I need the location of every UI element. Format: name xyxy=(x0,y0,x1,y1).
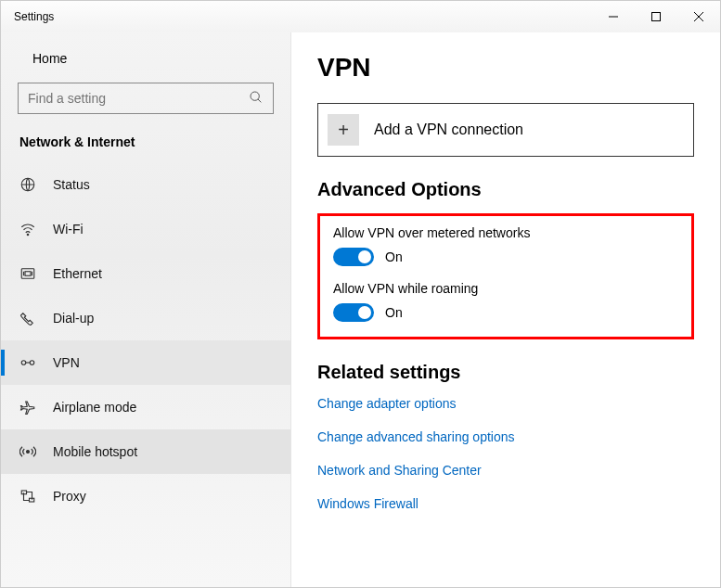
nav-label: Dial-up xyxy=(53,311,94,326)
link-sharing[interactable]: Change advanced sharing options xyxy=(317,429,694,444)
related-heading: Related settings xyxy=(317,362,694,383)
home-label: Home xyxy=(32,51,67,66)
nav-ethernet[interactable]: Ethernet xyxy=(1,251,290,296)
toggle-roaming[interactable] xyxy=(333,303,374,322)
nav-label: Airplane mode xyxy=(53,400,136,415)
nav-proxy[interactable]: Proxy xyxy=(1,474,290,518)
window-title: Settings xyxy=(14,10,54,23)
add-vpn-button[interactable]: Add a VPN connection xyxy=(317,103,694,157)
opt-roaming-label: Allow VPN while roaming xyxy=(333,281,678,296)
sidebar: Home Network & Internet Status Wi-Fi Eth… xyxy=(1,32,291,587)
close-button[interactable] xyxy=(677,1,720,32)
svg-point-15 xyxy=(27,451,30,454)
related-links: Change adapter options Change advanced s… xyxy=(317,396,694,511)
wifi-icon xyxy=(19,221,36,237)
svg-point-12 xyxy=(21,361,26,365)
nav-airplane[interactable]: Airplane mode xyxy=(1,385,290,429)
search-icon xyxy=(249,90,264,108)
nav-list: Status Wi-Fi Ethernet Dial-up VPN Airpla… xyxy=(1,162,290,518)
hotspot-icon xyxy=(19,443,36,460)
opt-metered-label: Allow VPN over metered networks xyxy=(333,225,678,240)
home-link[interactable]: Home xyxy=(1,44,290,77)
dialup-icon xyxy=(19,310,36,326)
nav-label: Mobile hotspot xyxy=(53,444,137,459)
svg-point-7 xyxy=(27,234,29,236)
nav-mobile-hotspot[interactable]: Mobile hotspot xyxy=(1,429,290,474)
plus-icon xyxy=(328,114,359,146)
main-content: VPN Add a VPN connection Advanced Option… xyxy=(291,32,720,587)
proxy-icon xyxy=(19,488,36,505)
nav-vpn[interactable]: VPN xyxy=(1,340,290,385)
search-box[interactable] xyxy=(18,83,274,114)
ethernet-icon xyxy=(19,265,36,282)
nav-label: Status xyxy=(53,177,90,192)
highlight-box: Allow VPN over metered networks On Allow… xyxy=(317,213,694,339)
link-adapter[interactable]: Change adapter options xyxy=(317,396,694,411)
airplane-icon xyxy=(19,399,36,415)
toggle-metered[interactable] xyxy=(333,248,374,266)
add-vpn-label: Add a VPN connection xyxy=(374,121,523,138)
titlebar: Settings xyxy=(1,1,720,32)
page-title: VPN xyxy=(317,53,694,83)
nav-label: VPN xyxy=(53,355,80,370)
section-title: Network & Internet xyxy=(1,129,290,162)
status-icon xyxy=(19,176,36,193)
svg-rect-9 xyxy=(25,272,31,276)
svg-point-4 xyxy=(251,92,259,100)
advanced-heading: Advanced Options xyxy=(317,179,694,200)
maximize-button[interactable] xyxy=(635,1,677,32)
link-firewall[interactable]: Windows Firewall xyxy=(317,496,694,511)
nav-dialup[interactable]: Dial-up xyxy=(1,296,290,340)
svg-rect-1 xyxy=(652,13,661,21)
nav-label: Wi-Fi xyxy=(53,222,84,236)
svg-point-13 xyxy=(30,361,34,365)
search-input[interactable] xyxy=(28,91,249,106)
nav-label: Proxy xyxy=(53,489,86,504)
minimize-button[interactable] xyxy=(592,1,635,32)
toggle-roaming-state: On xyxy=(385,305,403,320)
toggle-metered-state: On xyxy=(385,249,403,264)
nav-status[interactable]: Status xyxy=(1,162,290,207)
svg-line-5 xyxy=(258,99,261,102)
link-network-center[interactable]: Network and Sharing Center xyxy=(317,463,694,478)
nav-wifi[interactable]: Wi-Fi xyxy=(1,207,290,251)
vpn-icon xyxy=(19,354,36,371)
nav-label: Ethernet xyxy=(53,266,102,281)
